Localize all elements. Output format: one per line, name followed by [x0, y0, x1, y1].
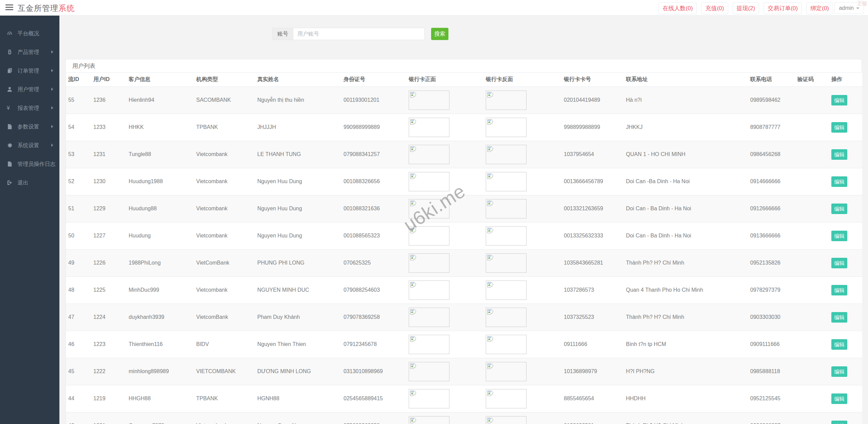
- cell-actions: 编辑: [829, 86, 862, 114]
- broken-image-icon: [487, 309, 494, 315]
- cell-card-back: [483, 304, 561, 331]
- cell-real-name: Pham Duy Khánh: [255, 304, 341, 331]
- cell-card-back: [483, 195, 561, 222]
- edit-button[interactable]: 编辑: [831, 231, 847, 241]
- bank-card-back-image[interactable]: [486, 389, 527, 408]
- cell-card-back: [483, 249, 561, 276]
- bank-card-front-image[interactable]: [409, 335, 449, 354]
- cell-customer: minhlong898989: [126, 358, 194, 385]
- chevron-right-icon: [51, 143, 53, 147]
- edit-button[interactable]: 编辑: [831, 312, 847, 323]
- edit-button[interactable]: 编辑: [831, 176, 847, 187]
- bank-card-back-image[interactable]: [486, 226, 527, 246]
- yen-icon: ¥: [7, 99, 16, 117]
- cell-flow-id: 47: [66, 304, 91, 331]
- cell-actions: 编辑: [829, 331, 862, 358]
- sidebar-item-params[interactable]: 参数设置: [0, 117, 59, 136]
- search-input[interactable]: [293, 28, 425, 40]
- col-card-number: 银行卡卡号: [561, 73, 624, 86]
- cell-flow-id: 51: [66, 195, 91, 222]
- cell-phone: 0936268237: [748, 412, 795, 424]
- cell-captcha: [795, 304, 829, 331]
- cell-card-number: 0013321263659: [561, 195, 624, 222]
- broken-image-icon: [410, 146, 417, 153]
- cell-card-number: 1037954654: [561, 141, 624, 168]
- online-count-link[interactable]: 在线人数(0): [659, 2, 697, 14]
- sidebar-item-label: 用户管理: [17, 86, 39, 92]
- sidebar-item-system[interactable]: 系统设置: [0, 136, 59, 154]
- edit-button[interactable]: 编辑: [831, 258, 847, 268]
- bank-card-front-image[interactable]: [409, 253, 449, 273]
- edit-button[interactable]: 编辑: [831, 393, 847, 404]
- chevron-right-icon: [51, 125, 53, 128]
- cell-actions: 编辑: [829, 114, 862, 141]
- cell-captcha: [795, 195, 829, 222]
- cell-phone: 0989598462: [748, 86, 795, 114]
- table-row: 44 1219 HHGH88 TPBANK HGNH88 02545658894…: [66, 385, 862, 412]
- binding-link[interactable]: 绑定(0): [806, 2, 833, 14]
- bank-card-front-image[interactable]: [409, 389, 449, 408]
- sidebar-item-reports[interactable]: ¥ 报表管理: [0, 98, 59, 117]
- bank-card-back-image[interactable]: [486, 145, 527, 164]
- search-addon-label: 账号: [272, 28, 293, 40]
- bank-card-front-image[interactable]: [409, 199, 449, 218]
- cell-card-number: 0013325632333: [561, 222, 624, 249]
- bank-card-front-image[interactable]: [409, 308, 449, 327]
- bank-card-back-image[interactable]: [486, 308, 527, 327]
- bank-card-back-image[interactable]: [486, 335, 527, 354]
- cell-captcha: [795, 358, 829, 385]
- cell-address: Doi Can -Ba Dinh - Ha Noi: [624, 168, 748, 195]
- deposit-link[interactable]: 充值(0): [701, 2, 728, 14]
- bank-card-back-image[interactable]: [486, 118, 527, 137]
- edit-button[interactable]: 编辑: [831, 339, 847, 350]
- cell-user-id: 1227: [91, 222, 126, 249]
- bank-card-front-image[interactable]: [409, 281, 449, 300]
- bank-card-back-image[interactable]: [486, 91, 527, 110]
- bank-card-front-image[interactable]: [409, 226, 449, 246]
- bank-card-front-image[interactable]: [409, 416, 449, 424]
- sidebar-item-users[interactable]: 用户管理: [0, 80, 59, 98]
- cell-bank-type: VietcomBank: [194, 304, 255, 331]
- bank-card-front-image[interactable]: [409, 172, 449, 191]
- cell-address: Doi Can - Ba Dinh - Ha Noi: [624, 195, 748, 222]
- bank-card-back-image[interactable]: [486, 253, 527, 273]
- edit-button[interactable]: 编辑: [831, 204, 847, 214]
- sidebar-item-products[interactable]: 产品管理: [0, 42, 59, 61]
- cell-real-name: Nguyen Quoc Nam: [255, 412, 341, 424]
- sidebar-item-label: 产品管理: [17, 49, 39, 55]
- col-user-id: 用户ID: [91, 73, 126, 86]
- menu-toggle-icon[interactable]: [5, 4, 13, 11]
- edit-button[interactable]: 编辑: [831, 421, 847, 424]
- edit-button[interactable]: 编辑: [831, 285, 847, 295]
- cell-id-number: 001193001201: [341, 86, 406, 114]
- sidebar-item-dashboard[interactable]: 平台概况: [0, 24, 59, 42]
- cell-card-front: [406, 249, 483, 276]
- withdraw-link[interactable]: 提现(2): [733, 2, 759, 14]
- bank-card-back-image[interactable]: [486, 172, 527, 191]
- bank-card-front-image[interactable]: [409, 118, 449, 137]
- cell-customer: Quocnam7878: [126, 412, 194, 424]
- edit-button[interactable]: 编辑: [831, 122, 847, 133]
- bank-card-back-image[interactable]: [486, 416, 527, 424]
- sidebar-item-orders[interactable]: 订单管理: [0, 61, 59, 80]
- broken-image-icon: [487, 254, 494, 261]
- edit-button[interactable]: 编辑: [831, 366, 847, 377]
- bank-card-back-image[interactable]: [486, 281, 527, 300]
- cell-phone: 0914666666: [748, 168, 795, 195]
- edit-button[interactable]: 编辑: [831, 149, 847, 160]
- bank-card-back-image[interactable]: [486, 362, 527, 381]
- trade-orders-link[interactable]: 交易订单(0): [763, 2, 802, 14]
- bank-card-back-image[interactable]: [486, 199, 527, 218]
- bank-card-front-image[interactable]: [409, 362, 449, 381]
- cell-id-number: 079078369258: [341, 304, 406, 331]
- edit-button[interactable]: 编辑: [831, 95, 847, 105]
- bank-card-front-image[interactable]: [409, 145, 449, 164]
- chevron-right-icon: [51, 50, 53, 54]
- sidebar-item-logout[interactable]: 退出: [0, 173, 59, 192]
- cell-user-id: 1230: [91, 168, 126, 195]
- cell-card-front: [406, 195, 483, 222]
- sidebar-item-admin-log[interactable]: 管理员操作日志: [0, 154, 59, 173]
- bank-card-front-image[interactable]: [409, 91, 449, 110]
- cell-card-back: [483, 141, 561, 168]
- search-button[interactable]: 搜索: [431, 28, 448, 40]
